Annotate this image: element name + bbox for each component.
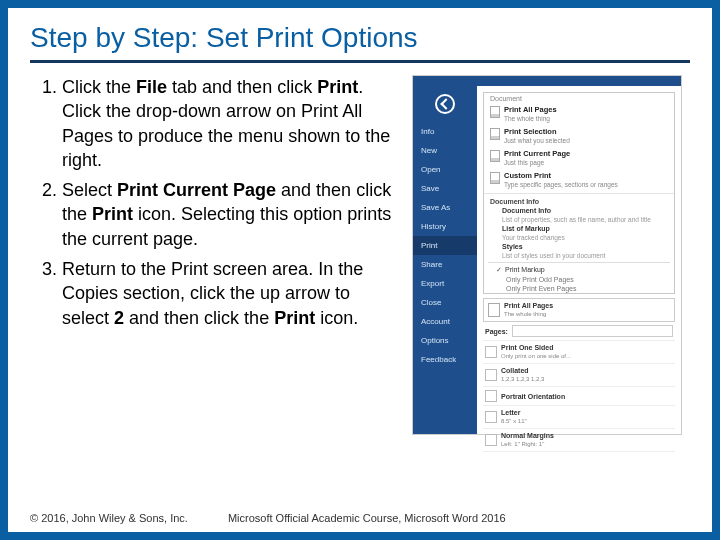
screenshot-column: InfoNewOpenSaveSave AsHistoryPrintShareE…	[412, 75, 690, 435]
sidebar-item-save[interactable]: Save	[413, 179, 477, 198]
word-titlebar	[413, 76, 681, 86]
setting-icon	[485, 411, 497, 423]
step-1: Click the File tab and then click Print.…	[62, 75, 400, 172]
selected-range-box[interactable]: Print All PagesThe whole thing	[483, 298, 675, 322]
slide-footer: © 2016, John Wiley & Sons, Inc. Microsof…	[30, 512, 690, 524]
sidebar-item-info[interactable]: Info	[413, 122, 477, 141]
menu-divider	[488, 262, 670, 263]
step-list: Click the File tab and then click Print.…	[30, 75, 400, 330]
check-only-print-even-pages[interactable]: Only Print Even Pages	[484, 284, 674, 293]
setting-collated[interactable]: Collated1,2,3 1,2,3 1,2,3	[483, 364, 675, 387]
setting-normal-margins[interactable]: Normal MarginsLeft: 1" Right: 1"	[483, 429, 675, 452]
print-panel: Document Print All PagesThe whole thingP…	[477, 86, 681, 434]
word-print-screenshot: InfoNewOpenSaveSave AsHistoryPrintShareE…	[412, 75, 682, 435]
back-arrow-icon[interactable]	[435, 94, 455, 114]
page-icon	[490, 150, 500, 162]
print-option-print-current-page[interactable]: Print Current PageJust this page	[484, 147, 674, 169]
info-item[interactable]: Document Info	[484, 206, 674, 215]
setting-letter[interactable]: Letter8.5" x 11"	[483, 406, 675, 429]
page-icon	[490, 106, 500, 118]
slide-frame: Step by Step: Set Print Options Click th…	[0, 0, 720, 540]
page-icon	[490, 172, 500, 184]
setting-icon	[485, 369, 497, 381]
page-icon	[490, 128, 500, 140]
sidebar-item-new[interactable]: New	[413, 141, 477, 160]
sidebar-item-history[interactable]: History	[413, 217, 477, 236]
sidebar-item-account[interactable]: Account	[413, 312, 477, 331]
content-row: Click the File tab and then click Print.…	[30, 75, 690, 435]
setting-icon	[485, 390, 497, 402]
setting-icon	[485, 434, 497, 446]
sidebar-item-options[interactable]: Options	[413, 331, 477, 350]
sidebar-item-export[interactable]: Export	[413, 274, 477, 293]
print-option-custom-print[interactable]: Custom PrintType specific pages, section…	[484, 169, 674, 191]
document-info-heading: Document Info	[484, 193, 674, 206]
print-option-print-all-pages[interactable]: Print All PagesThe whole thing	[484, 103, 674, 125]
pages-input[interactable]	[512, 325, 673, 337]
info-item[interactable]: Styles	[484, 242, 674, 251]
setting-portrait-orientation[interactable]: Portrait Orientation	[483, 387, 675, 406]
page-thumb-icon	[488, 303, 500, 317]
instructions-column: Click the File tab and then click Print.…	[30, 75, 400, 435]
sidebar-item-close[interactable]: Close	[413, 293, 477, 312]
step-2: Select Print Current Page and then click…	[62, 178, 400, 251]
print-option-print-selection[interactable]: Print SelectionJust what you selected	[484, 125, 674, 147]
pages-field-row: Pages:	[483, 322, 675, 341]
info-item-desc: List of styles used in your document	[484, 251, 674, 260]
print-range-menu: Document Print All PagesThe whole thingP…	[483, 92, 675, 294]
slide-title: Step by Step: Set Print Options	[30, 22, 690, 63]
course-text: Microsoft Official Academic Course, Micr…	[228, 512, 506, 524]
info-item[interactable]: List of Markup	[484, 224, 674, 233]
menu-heading: Document	[484, 93, 674, 103]
sidebar-item-open[interactable]: Open	[413, 160, 477, 179]
setting-icon	[485, 346, 497, 358]
info-item-desc: List of properties, such as file name, a…	[484, 215, 674, 224]
sidebar-item-print[interactable]: Print	[413, 236, 477, 255]
sidebar-item-feedback[interactable]: Feedback	[413, 350, 477, 369]
sidebar-item-save-as[interactable]: Save As	[413, 198, 477, 217]
backstage-sidebar: InfoNewOpenSaveSave AsHistoryPrintShareE…	[413, 86, 477, 434]
info-item-desc: Your tracked changes	[484, 233, 674, 242]
step-3: Return to the Print screen area. In the …	[62, 257, 400, 330]
setting-print-one-sided[interactable]: Print One SidedOnly print on one side of…	[483, 341, 675, 364]
copyright-text: © 2016, John Wiley & Sons, Inc.	[30, 512, 188, 524]
check-only-print-odd-pages[interactable]: Only Print Odd Pages	[484, 275, 674, 284]
sidebar-item-share[interactable]: Share	[413, 255, 477, 274]
check-print-markup[interactable]: Print Markup	[484, 265, 674, 275]
